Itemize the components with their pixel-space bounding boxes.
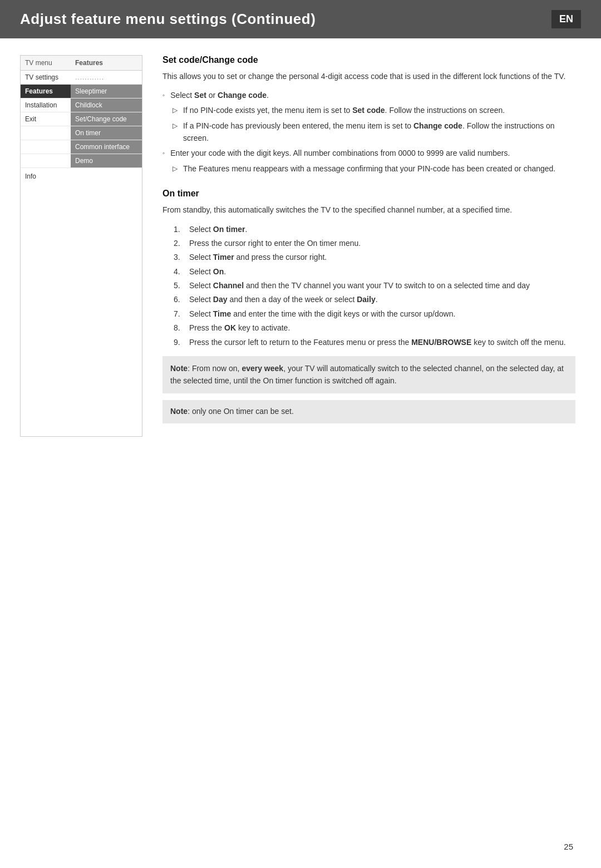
tv-menu-sidebar: TV menu Features TV settings ...........… xyxy=(20,55,142,437)
arrow-icon-2: ▷ xyxy=(173,121,178,131)
main-content: TV menu Features TV settings ...........… xyxy=(0,55,601,437)
menu-left-commoninterface xyxy=(21,140,71,154)
set-code-arrow2: ▷ If a PIN-code has previously been ente… xyxy=(162,120,575,144)
on-timer-step-3: 3.Select Timer and press the cursor righ… xyxy=(174,251,575,263)
menu-row-installation[interactable]: Installation Childlock xyxy=(21,98,142,112)
page-number: 25 xyxy=(564,842,573,851)
bullet-dot-2: ◦ xyxy=(162,148,165,159)
on-timer-step-2: 2.Press the cursor right to enter the On… xyxy=(174,237,575,249)
set-code-arrow3: ▷ The Features menu reappears with a mes… xyxy=(162,163,575,175)
on-timer-note2: Note: only one On timer can be set. xyxy=(162,400,575,423)
menu-left-exit: Exit xyxy=(21,112,71,126)
on-timer-intro: From standby, this automatically switche… xyxy=(162,204,575,216)
on-timer-step-6: 6.Select Day and then a day of the week … xyxy=(174,293,575,305)
menu-row-commoninterface[interactable]: Common interface xyxy=(21,140,142,154)
set-code-section: Set code/Change code This allows you to … xyxy=(162,55,575,175)
on-timer-step-7: 7.Select Time and enter the time with th… xyxy=(174,308,575,320)
bullet-dot-1: ◦ xyxy=(162,90,165,101)
set-code-bullet1: ◦ Select Set or Change code. xyxy=(162,90,575,102)
set-code-title: Set code/Change code xyxy=(162,55,575,65)
menu-right-setchangecode: Set/Change code xyxy=(71,112,142,126)
on-timer-step-5: 5.Select Channel and then the TV channel… xyxy=(174,279,575,292)
menu-left-installation: Installation xyxy=(21,98,71,112)
menu-header: TV menu Features xyxy=(21,56,142,71)
menu-row-info[interactable]: Info xyxy=(21,168,142,185)
set-code-intro: This allows you to set or change the per… xyxy=(162,71,575,83)
menu-row-demo[interactable]: Demo xyxy=(21,154,142,168)
set-code-bullet2: ◦ Enter your code with the digit keys. A… xyxy=(162,147,575,160)
on-timer-note1: Note: From now on, every week, your TV w… xyxy=(162,356,575,393)
menu-right-childlock: Childlock xyxy=(71,98,142,112)
set-code-arrow1-text: If no PIN-code exists yet, the menu item… xyxy=(183,105,505,117)
menu-left-tv-settings: TV settings xyxy=(21,71,71,84)
page-header: Adjust feature menu settings (Continued)… xyxy=(0,0,601,38)
on-timer-title: On timer xyxy=(162,189,575,199)
menu-header-features: Features xyxy=(71,56,107,70)
menu-left-features: Features xyxy=(21,85,71,98)
set-code-bullet1-text: Select Set or Change code. xyxy=(170,90,269,102)
menu-right-info-empty xyxy=(71,168,142,185)
menu-left-demo xyxy=(21,154,71,167)
menu-right-sleeptimer: Sleeptimer xyxy=(71,85,142,98)
set-code-arrow3-text: The Features menu reappears with a messa… xyxy=(183,163,555,175)
menu-right-commoninterface: Common interface xyxy=(71,140,142,154)
set-code-arrow2-text: If a PIN-code has previously been entere… xyxy=(183,120,575,144)
menu-row-ontimer[interactable]: On timer xyxy=(21,126,142,140)
menu-row-tv-settings[interactable]: TV settings ............ xyxy=(21,71,142,85)
set-code-bullet2-text: Enter your code with the digit keys. All… xyxy=(170,147,510,160)
page-content: Set code/Change code This allows you to … xyxy=(162,55,581,437)
menu-row-exit[interactable]: Exit Set/Change code xyxy=(21,112,142,126)
menu-row-features[interactable]: Features Sleeptimer xyxy=(21,85,142,98)
menu-right-demo: Demo xyxy=(71,154,142,167)
arrow-icon-1: ▷ xyxy=(173,105,178,116)
on-timer-steps: 1.Select On timer. 2.Press the cursor ri… xyxy=(174,223,575,349)
menu-left-ontimer xyxy=(21,126,71,140)
set-code-arrow1: ▷ If no PIN-code exists yet, the menu it… xyxy=(162,105,575,117)
page-title: Adjust feature menu settings (Continued) xyxy=(20,11,316,28)
arrow-icon-3: ▷ xyxy=(173,164,178,174)
on-timer-section: On timer From standby, this automaticall… xyxy=(162,189,575,423)
on-timer-step-1: 1.Select On timer. xyxy=(174,223,575,235)
menu-right-tv-settings: ............ xyxy=(71,71,142,84)
menu-left-info: Info xyxy=(21,168,71,185)
on-timer-step-8: 8.Press the OK key to activate. xyxy=(174,322,575,334)
language-badge: EN xyxy=(551,10,581,28)
on-timer-step-4: 4.Select On. xyxy=(174,265,575,278)
menu-right-ontimer: On timer xyxy=(71,126,142,140)
on-timer-step-9: 9.Press the cursor left to return to the… xyxy=(174,336,575,348)
menu-header-tv: TV menu xyxy=(21,56,71,70)
